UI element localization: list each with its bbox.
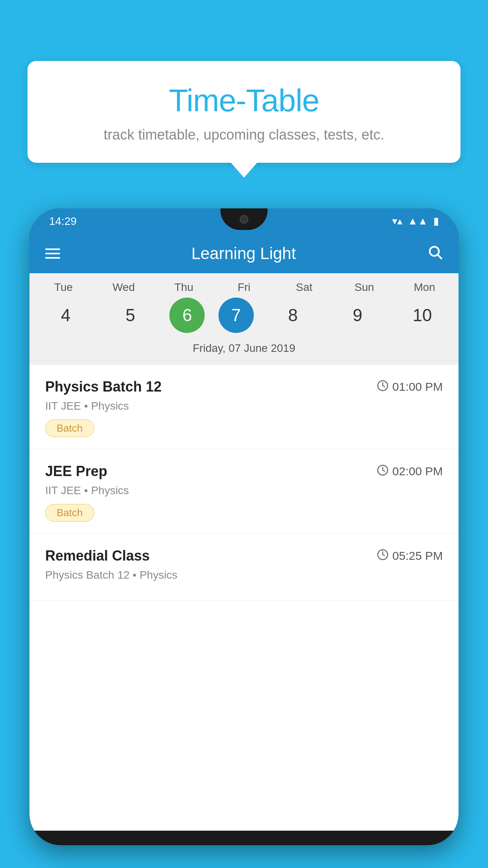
day-10[interactable]: 10 bbox=[397, 298, 448, 333]
calendar-strip: Tue Wed Thu Fri Sat Sun Mon 4 5 6 7 8 9 … bbox=[29, 273, 459, 365]
day-label-fri: Fri bbox=[218, 281, 270, 294]
day-label-thu: Thu bbox=[158, 281, 209, 294]
clock-icon-3 bbox=[377, 549, 389, 563]
status-icons: ▾▴ ▲▲ ▮ bbox=[392, 215, 439, 227]
schedule-item-2-header: JEE Prep 02:00 PM bbox=[45, 463, 443, 480]
day-4[interactable]: 4 bbox=[40, 298, 91, 333]
schedule-item-3-time: 05:25 PM bbox=[377, 549, 443, 563]
status-time: 14:29 bbox=[49, 215, 77, 228]
batch-badge-1: Batch bbox=[45, 419, 94, 437]
schedule-item-1-header: Physics Batch 12 01:00 PM bbox=[45, 379, 443, 395]
phone-wrapper: 14:29 ▾▴ ▲▲ ▮ Learning Light bbox=[29, 208, 459, 868]
schedule-item-3[interactable]: Remedial Class 05:25 PM Physics Batch 12… bbox=[29, 534, 459, 601]
battery-icon: ▮ bbox=[433, 215, 439, 227]
day-label-sun: Sun bbox=[339, 281, 390, 294]
selected-date-label: Friday, 07 June 2019 bbox=[29, 339, 459, 361]
clock-icon-1 bbox=[377, 380, 389, 394]
schedule-item-1-meta: IIT JEE • Physics bbox=[45, 400, 443, 412]
status-bar: 14:29 ▾▴ ▲▲ ▮ bbox=[29, 208, 459, 234]
schedule-content: Physics Batch 12 01:00 PM IIT JEE • Phys… bbox=[29, 365, 459, 831]
svg-line-1 bbox=[438, 255, 442, 258]
day-8[interactable]: 8 bbox=[268, 298, 319, 333]
day-label-sat: Sat bbox=[279, 281, 330, 294]
phone-frame: 14:29 ▾▴ ▲▲ ▮ Learning Light bbox=[29, 208, 459, 845]
schedule-item-1-time: 01:00 PM bbox=[377, 380, 443, 394]
schedule-item-3-name: Remedial Class bbox=[45, 548, 150, 564]
day-label-tue: Tue bbox=[38, 281, 89, 294]
app-header: Learning Light bbox=[29, 234, 459, 273]
day-headers: Tue Wed Thu Fri Sat Sun Mon bbox=[29, 281, 459, 294]
phone-notch bbox=[220, 208, 268, 230]
schedule-item-3-header: Remedial Class 05:25 PM bbox=[45, 548, 443, 564]
day-label-mon: Mon bbox=[399, 281, 450, 294]
tooltip-card: Time-Table track timetable, upcoming cla… bbox=[28, 61, 460, 163]
day-label-wed: Wed bbox=[98, 281, 149, 294]
batch-badge-2: Batch bbox=[45, 504, 94, 522]
wifi-icon: ▾▴ bbox=[392, 215, 402, 227]
tooltip-title: Time-Table bbox=[51, 83, 437, 119]
schedule-item-2[interactable]: JEE Prep 02:00 PM IIT JEE • Physics Batc… bbox=[29, 449, 459, 534]
schedule-item-2-time: 02:00 PM bbox=[377, 464, 443, 479]
clock-icon-2 bbox=[377, 464, 389, 479]
app-title: Learning Light bbox=[191, 244, 296, 263]
schedule-item-3-meta: Physics Batch 12 • Physics bbox=[45, 569, 443, 581]
schedule-item-2-name: JEE Prep bbox=[45, 463, 107, 480]
schedule-item-2-meta: IIT JEE • Physics bbox=[45, 484, 443, 497]
day-5[interactable]: 5 bbox=[105, 298, 156, 333]
day-9[interactable]: 9 bbox=[332, 298, 383, 333]
search-button[interactable] bbox=[427, 244, 443, 263]
day-7-selected[interactable]: 7 bbox=[218, 298, 254, 333]
schedule-item-1-name: Physics Batch 12 bbox=[45, 379, 161, 395]
camera-notch bbox=[240, 215, 248, 224]
signal-icon: ▲▲ bbox=[408, 215, 428, 227]
day-6-today[interactable]: 6 bbox=[169, 298, 205, 333]
schedule-item-1[interactable]: Physics Batch 12 01:00 PM IIT JEE • Phys… bbox=[29, 365, 459, 449]
day-numbers: 4 5 6 7 8 9 10 bbox=[29, 298, 459, 333]
tooltip-subtitle: track timetable, upcoming classes, tests… bbox=[51, 127, 437, 143]
hamburger-menu-icon[interactable] bbox=[45, 248, 60, 259]
